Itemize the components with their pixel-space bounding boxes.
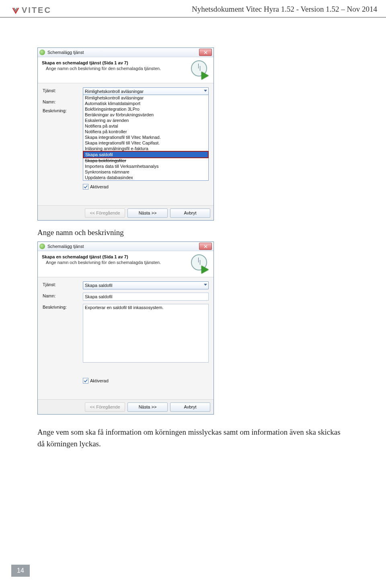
schedule-service-dialog-2: Schemalägg tjänst Skapa en schemalagd tj…	[37, 241, 214, 415]
description-label: Beskrivning:	[43, 107, 83, 113]
dialog-header-panel: Skapa en schemalagd tjänst (Sida 1 av 7)…	[38, 251, 214, 277]
caption-1: Ange namn och beskrivning	[37, 228, 124, 237]
service-combobox-value: Skapa saldofil	[85, 283, 113, 288]
cancel-button[interactable]: Avbryt	[170, 402, 210, 412]
vitec-logo: VITEC	[12, 6, 51, 15]
check-icon	[84, 379, 88, 383]
vitec-logo-text: VITEC	[22, 6, 51, 15]
dropdown-item[interactable]: Skapa integrationsfil till Vitec Capifas…	[83, 140, 208, 146]
page-number: 14	[11, 565, 30, 577]
activated-label: Aktiverad	[90, 378, 109, 383]
dialog-header-panel: Skapa en schemalagd tjänst (Sida 1 av 7)…	[38, 57, 214, 83]
close-icon	[204, 51, 207, 54]
caption-2: Ange vem som ska få information om körni…	[37, 427, 343, 450]
activated-label: Aktiverad	[90, 184, 109, 189]
dialog-title: Schemalägg tjänst	[47, 50, 84, 55]
dialog-footer: << Föregående Nästa >> Avbryt	[38, 205, 214, 220]
close-icon	[204, 245, 207, 248]
dropdown-item[interactable]: Synkronisera nämnare	[83, 169, 208, 175]
previous-button: << Föregående	[85, 402, 125, 412]
service-dropdown-list[interactable]: Rimlighetskontroll avläsningar Automatis…	[83, 95, 209, 181]
next-button[interactable]: Nästa >>	[127, 208, 168, 218]
dropdown-item[interactable]: Inläsning anmälningsfil e-faktura	[83, 146, 208, 151]
dropdown-item[interactable]: Skapa bokföringsfiler	[83, 158, 208, 163]
dropdown-item[interactable]: Beräkningar av förbrukningsvärden	[83, 112, 208, 118]
service-combobox-value: Rimlighetskontroll avläsningar	[85, 89, 144, 94]
dropdown-item[interactable]: Notifiera på avtal	[83, 123, 208, 129]
dialog-heading: Skapa en schemalagd tjänst (Sida 1 av 7)	[42, 254, 189, 259]
dropdown-item[interactable]: Notifiera på kontroller	[83, 129, 208, 134]
chevron-down-icon	[204, 90, 207, 92]
task-icon	[39, 243, 45, 249]
name-input[interactable]: Skapa saldofil	[83, 293, 209, 301]
dialog-heading: Skapa en schemalagd tjänst (Sida 1 av 7)	[42, 60, 189, 65]
dialog-subheading: Ange namn och beskrivning för den schema…	[46, 260, 189, 265]
dropdown-item[interactable]: Uppdatera databasindex	[83, 175, 208, 180]
vitec-logo-icon	[12, 7, 19, 14]
page-header-title: Nyhetsdokument Vitec Hyra 1.52 - Version…	[192, 5, 377, 14]
activated-checkbox[interactable]: Aktiverad	[83, 184, 109, 190]
schedule-clock-icon	[189, 60, 209, 79]
dropdown-item[interactable]: Eskalering av ärenden	[83, 118, 208, 123]
next-button[interactable]: Nästa >>	[127, 402, 168, 412]
close-button[interactable]	[199, 49, 212, 56]
dropdown-item-selected[interactable]: Skapa saldofil	[84, 152, 208, 157]
cancel-button[interactable]: Avbryt	[170, 208, 210, 218]
description-value: Exporterar en saldofil till inkassosyste…	[85, 305, 164, 310]
schedule-service-dialog-1: Schemalägg tjänst Skapa en schemalagd tj…	[37, 47, 214, 221]
service-combobox[interactable]: Rimlighetskontroll avläsningar	[83, 87, 209, 95]
chevron-down-icon	[204, 284, 207, 286]
name-label: Namn:	[43, 99, 83, 104]
name-label: Namn:	[43, 293, 83, 301]
close-button[interactable]	[199, 243, 212, 250]
dialog-title: Schemalägg tjänst	[47, 244, 84, 249]
schedule-clock-icon	[189, 254, 209, 273]
task-icon	[39, 50, 45, 55]
dropdown-item[interactable]: Skapa integrationsfil till Vitec Marknad…	[83, 134, 208, 140]
dialog-subheading: Ange namn och beskrivning för den schema…	[46, 66, 189, 71]
page-header: VITEC Nyhetsdokument Vitec Hyra 1.52 - V…	[0, 3, 386, 18]
dropdown-item[interactable]: Rimlighetskontroll avläsningar	[83, 95, 208, 101]
name-input-value: Skapa saldofil	[85, 294, 113, 299]
description-textarea[interactable]: Exporterar en saldofil till inkassosyste…	[83, 304, 209, 363]
check-icon	[84, 185, 88, 189]
service-combobox[interactable]: Skapa saldofil	[83, 281, 209, 289]
dropdown-item[interactable]: Automatisk klimatdataimport	[83, 101, 208, 106]
dialog-titlebar[interactable]: Schemalägg tjänst	[38, 48, 214, 57]
dialog-footer: << Föregående Nästa >> Avbryt	[38, 399, 214, 414]
previous-button: << Föregående	[85, 208, 125, 218]
activated-checkbox[interactable]: Aktiverad	[83, 378, 109, 384]
description-label: Beskrivning:	[43, 304, 83, 363]
service-label: Tjänst:	[43, 87, 83, 95]
dialog-titlebar[interactable]: Schemalägg tjänst	[38, 242, 214, 251]
dropdown-item[interactable]: Importera data till Verksamhetsanalys	[83, 163, 208, 169]
dropdown-item[interactable]: Bokföringsintegration 3LPro	[83, 106, 208, 112]
service-label: Tjänst:	[43, 281, 83, 289]
